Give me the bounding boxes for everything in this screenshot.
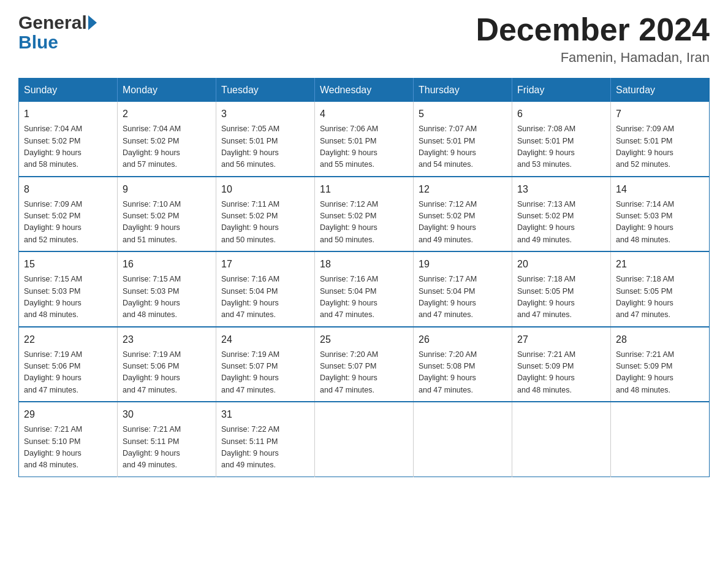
calendar-day-cell: 9Sunrise: 7:10 AMSunset: 5:02 PMDaylight… — [118, 177, 216, 252]
day-info: Sunrise: 7:09 AMSunset: 5:02 PMDaylight:… — [24, 199, 112, 247]
day-info: Sunrise: 7:14 AMSunset: 5:03 PMDaylight:… — [616, 199, 704, 247]
calendar-day-cell: 28Sunrise: 7:21 AMSunset: 5:09 PMDayligh… — [611, 327, 710, 402]
day-info: Sunrise: 7:19 AMSunset: 5:06 PMDaylight:… — [123, 349, 211, 397]
day-number: 26 — [419, 332, 507, 347]
calendar-day-cell — [315, 402, 414, 477]
calendar-week-row: 29Sunrise: 7:21 AMSunset: 5:10 PMDayligh… — [19, 402, 710, 477]
day-info: Sunrise: 7:20 AMSunset: 5:08 PMDaylight:… — [419, 349, 507, 397]
calendar-week-row: 8Sunrise: 7:09 AMSunset: 5:02 PMDaylight… — [19, 177, 710, 252]
calendar-week-row: 15Sunrise: 7:15 AMSunset: 5:03 PMDayligh… — [19, 251, 710, 327]
day-info: Sunrise: 7:21 AMSunset: 5:10 PMDaylight:… — [24, 424, 112, 472]
calendar-day-cell: 7Sunrise: 7:09 AMSunset: 5:01 PMDaylight… — [611, 102, 710, 177]
day-info: Sunrise: 7:18 AMSunset: 5:05 PMDaylight:… — [517, 274, 605, 321]
day-number: 11 — [320, 182, 408, 197]
day-info: Sunrise: 7:15 AMSunset: 5:03 PMDaylight:… — [123, 274, 211, 321]
calendar-day-cell: 12Sunrise: 7:12 AMSunset: 5:02 PMDayligh… — [414, 177, 512, 252]
day-info: Sunrise: 7:19 AMSunset: 5:06 PMDaylight:… — [24, 349, 112, 397]
day-info: Sunrise: 7:05 AMSunset: 5:01 PMDaylight:… — [221, 123, 309, 171]
calendar-day-cell: 5Sunrise: 7:07 AMSunset: 5:01 PMDaylight… — [414, 102, 512, 177]
logo: General Blue — [18, 12, 97, 53]
day-number: 30 — [123, 407, 211, 422]
day-info: Sunrise: 7:17 AMSunset: 5:04 PMDaylight:… — [419, 274, 507, 321]
location-text: Famenin, Hamadan, Iran — [476, 50, 710, 66]
day-number: 23 — [123, 332, 211, 347]
month-year-title: December 2024 — [476, 12, 710, 47]
day-number: 7 — [616, 107, 704, 121]
day-number: 6 — [517, 107, 605, 121]
day-number: 16 — [123, 257, 211, 272]
calendar-day-cell: 26Sunrise: 7:20 AMSunset: 5:08 PMDayligh… — [414, 327, 512, 402]
day-number: 14 — [616, 182, 704, 197]
title-section: December 2024 Famenin, Hamadan, Iran — [476, 12, 710, 66]
day-number: 25 — [320, 332, 408, 347]
day-info: Sunrise: 7:21 AMSunset: 5:11 PMDaylight:… — [123, 424, 211, 472]
calendar-table: Sunday Monday Tuesday Wednesday Thursday… — [18, 78, 710, 477]
day-info: Sunrise: 7:16 AMSunset: 5:04 PMDaylight:… — [221, 274, 309, 321]
day-number: 21 — [616, 257, 704, 272]
day-number: 9 — [123, 182, 211, 197]
calendar-day-cell: 16Sunrise: 7:15 AMSunset: 5:03 PMDayligh… — [118, 251, 216, 327]
day-number: 2 — [123, 107, 211, 121]
day-info: Sunrise: 7:12 AMSunset: 5:02 PMDaylight:… — [419, 199, 507, 247]
calendar-day-cell: 23Sunrise: 7:19 AMSunset: 5:06 PMDayligh… — [118, 327, 216, 402]
day-info: Sunrise: 7:16 AMSunset: 5:04 PMDaylight:… — [320, 274, 408, 321]
calendar-day-cell: 20Sunrise: 7:18 AMSunset: 5:05 PMDayligh… — [512, 251, 611, 327]
day-number: 3 — [221, 107, 309, 121]
col-saturday: Saturday — [611, 79, 710, 102]
day-info: Sunrise: 7:20 AMSunset: 5:07 PMDaylight:… — [320, 349, 408, 397]
col-thursday: Thursday — [414, 79, 512, 102]
calendar-day-cell: 15Sunrise: 7:15 AMSunset: 5:03 PMDayligh… — [19, 251, 118, 327]
day-info: Sunrise: 7:09 AMSunset: 5:01 PMDaylight:… — [616, 123, 704, 171]
day-info: Sunrise: 7:04 AMSunset: 5:02 PMDaylight:… — [123, 123, 211, 171]
day-number: 22 — [24, 332, 112, 347]
calendar-day-cell: 4Sunrise: 7:06 AMSunset: 5:01 PMDaylight… — [315, 102, 414, 177]
day-number: 10 — [221, 182, 309, 197]
day-number: 15 — [24, 257, 112, 272]
col-friday: Friday — [512, 79, 611, 102]
page-header: General Blue December 2024 Famenin, Hama… — [18, 12, 710, 66]
calendar-day-cell: 3Sunrise: 7:05 AMSunset: 5:01 PMDaylight… — [216, 102, 315, 177]
day-info: Sunrise: 7:06 AMSunset: 5:01 PMDaylight:… — [320, 123, 408, 171]
day-number: 29 — [24, 407, 112, 422]
calendar-day-cell: 21Sunrise: 7:18 AMSunset: 5:05 PMDayligh… — [611, 251, 710, 327]
day-number: 12 — [419, 182, 507, 197]
calendar-day-cell: 25Sunrise: 7:20 AMSunset: 5:07 PMDayligh… — [315, 327, 414, 402]
day-info: Sunrise: 7:11 AMSunset: 5:02 PMDaylight:… — [221, 199, 309, 247]
calendar-day-cell: 1Sunrise: 7:04 AMSunset: 5:02 PMDaylight… — [19, 102, 118, 177]
calendar-day-cell: 10Sunrise: 7:11 AMSunset: 5:02 PMDayligh… — [216, 177, 315, 252]
calendar-day-cell: 14Sunrise: 7:14 AMSunset: 5:03 PMDayligh… — [611, 177, 710, 252]
calendar-day-cell: 30Sunrise: 7:21 AMSunset: 5:11 PMDayligh… — [118, 402, 216, 477]
col-tuesday: Tuesday — [216, 79, 315, 102]
day-number: 1 — [24, 107, 112, 121]
day-info: Sunrise: 7:12 AMSunset: 5:02 PMDaylight:… — [320, 199, 408, 247]
calendar-day-cell: 11Sunrise: 7:12 AMSunset: 5:02 PMDayligh… — [315, 177, 414, 252]
logo-triangle-icon — [88, 15, 97, 30]
day-number: 5 — [419, 107, 507, 121]
day-number: 19 — [419, 257, 507, 272]
col-sunday: Sunday — [19, 79, 118, 102]
logo-blue: Blue — [18, 32, 58, 53]
calendar-day-cell: 22Sunrise: 7:19 AMSunset: 5:06 PMDayligh… — [19, 327, 118, 402]
day-info: Sunrise: 7:08 AMSunset: 5:01 PMDaylight:… — [517, 123, 605, 171]
day-number: 17 — [221, 257, 309, 272]
day-info: Sunrise: 7:04 AMSunset: 5:02 PMDaylight:… — [24, 123, 112, 171]
calendar-day-cell: 6Sunrise: 7:08 AMSunset: 5:01 PMDaylight… — [512, 102, 611, 177]
col-wednesday: Wednesday — [315, 79, 414, 102]
calendar-day-cell — [611, 402, 710, 477]
day-number: 8 — [24, 182, 112, 197]
day-number: 18 — [320, 257, 408, 272]
day-info: Sunrise: 7:19 AMSunset: 5:07 PMDaylight:… — [221, 349, 309, 397]
day-info: Sunrise: 7:18 AMSunset: 5:05 PMDaylight:… — [616, 274, 704, 321]
calendar-week-row: 1Sunrise: 7:04 AMSunset: 5:02 PMDaylight… — [19, 102, 710, 177]
calendar-day-cell: 27Sunrise: 7:21 AMSunset: 5:09 PMDayligh… — [512, 327, 611, 402]
logo-general: General — [18, 12, 87, 33]
day-info: Sunrise: 7:21 AMSunset: 5:09 PMDaylight:… — [616, 349, 704, 397]
calendar-week-row: 22Sunrise: 7:19 AMSunset: 5:06 PMDayligh… — [19, 327, 710, 402]
day-number: 20 — [517, 257, 605, 272]
day-info: Sunrise: 7:13 AMSunset: 5:02 PMDaylight:… — [517, 199, 605, 247]
calendar-day-cell: 29Sunrise: 7:21 AMSunset: 5:10 PMDayligh… — [19, 402, 118, 477]
calendar-day-cell: 13Sunrise: 7:13 AMSunset: 5:02 PMDayligh… — [512, 177, 611, 252]
day-number: 28 — [616, 332, 704, 347]
calendar-day-cell: 24Sunrise: 7:19 AMSunset: 5:07 PMDayligh… — [216, 327, 315, 402]
day-info: Sunrise: 7:21 AMSunset: 5:09 PMDaylight:… — [517, 349, 605, 397]
